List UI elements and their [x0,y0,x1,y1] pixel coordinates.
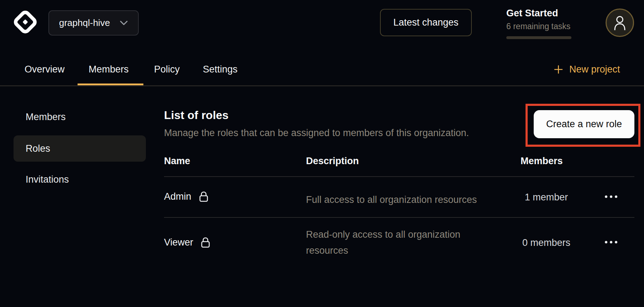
sidebar-item-roles[interactable]: Roles [14,135,146,162]
table-row-viewer-members: 0 members [515,237,577,248]
table-divider [164,176,634,177]
row-actions-menu-button[interactable] [603,193,619,200]
get-started-widget[interactable]: Get Started 6 remaining tasks [506,8,577,39]
organization-selector-value: graphql-hive [59,17,110,28]
tab-policy[interactable]: Policy [154,64,180,75]
page-subtitle: Manage the roles that can be assigned to… [164,128,469,139]
sidebar-item-members[interactable]: Members [26,112,66,123]
table-row-admin-members: 1 member [515,192,577,203]
create-new-role-button[interactable]: Create a new role [534,110,634,138]
role-name: Viewer [164,237,193,248]
app-root: graphql-hive Latest changes Get Started … [0,0,644,307]
table-row-viewer-description: Read-only access to all organization res… [306,227,470,259]
get-started-remaining-tasks: 6 remaining tasks [506,22,577,31]
lock-icon [199,191,208,202]
organization-selector[interactable]: graphql-hive [48,10,139,36]
column-header-description: Description [306,156,359,167]
row-actions-menu-button[interactable] [603,239,619,246]
table-row-admin-description: Full access to all organization resource… [306,192,477,208]
table-row-viewer-name: Viewer [164,237,210,248]
user-icon [613,15,626,30]
tab-overview[interactable]: Overview [25,64,65,75]
get-started-title: Get Started [506,8,577,19]
column-header-members: Members [521,156,563,167]
get-started-progress-bar [506,36,571,39]
ellipsis-icon [605,195,607,198]
new-project-link[interactable]: New project [554,64,620,75]
lock-icon [201,237,210,248]
new-project-label: New project [569,64,620,75]
sidebar-item-invitations[interactable]: Invitations [26,174,69,185]
user-avatar[interactable] [606,9,634,37]
column-header-name: Name [164,156,190,167]
role-name: Admin [164,191,191,202]
table-row-admin-name: Admin [164,191,208,202]
hive-logo-icon [14,10,37,34]
table-divider [164,217,634,218]
tabbar-divider [0,85,644,86]
tab-members[interactable]: Members [89,64,129,75]
tab-settings[interactable]: Settings [203,64,238,75]
chevron-down-icon [120,20,128,26]
sidebar-item-roles-label: Roles [26,143,50,154]
latest-changes-button[interactable]: Latest changes [380,9,472,36]
plus-icon [554,65,563,74]
page-title: List of roles [164,109,228,122]
ellipsis-icon [605,241,607,243]
